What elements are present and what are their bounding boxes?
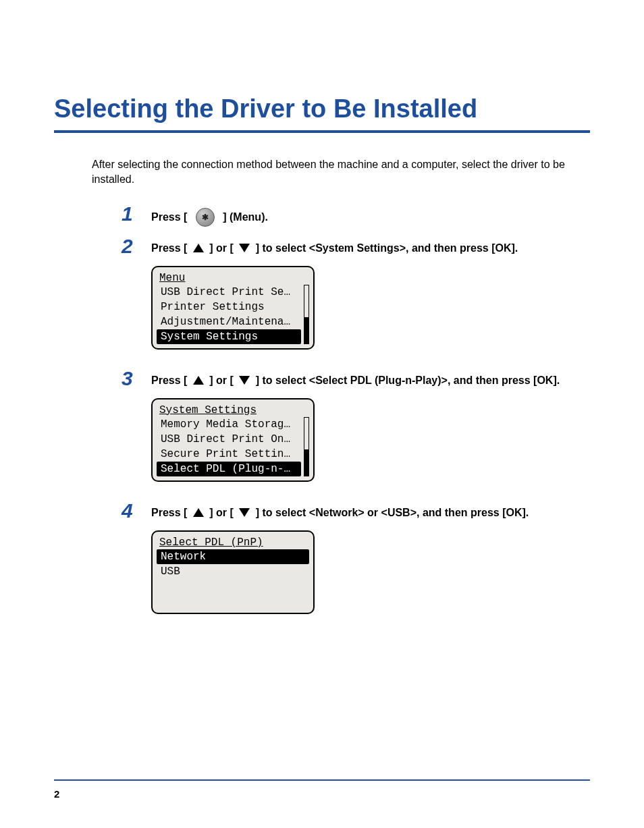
arrow-up-icon xyxy=(193,244,204,252)
step-number: 4 xyxy=(122,501,151,521)
text-segment: ] to select <Select PDL (Plug-n-Play)>, … xyxy=(252,372,560,389)
lcd-item: Printer Settings xyxy=(157,300,301,314)
text-segment: Press [ xyxy=(151,372,190,389)
step-2: 2 Press [ ] or [ ] to select <System Set… xyxy=(122,236,590,256)
document-page: Selecting the Driver to Be Installed Aft… xyxy=(0,0,644,828)
page-title: Selecting the Driver to Be Installed xyxy=(54,94,590,123)
text-segment: ] to select <Network> or <USB>, and then… xyxy=(252,505,529,521)
lcd-item-selected: Network xyxy=(157,549,309,564)
scrollbar-thumb xyxy=(304,449,308,476)
arrow-up-icon xyxy=(193,508,204,517)
step-number: 3 xyxy=(122,368,151,389)
lcd-item-selected: Select PDL (Plug-n-… xyxy=(157,462,301,476)
intro-paragraph: After selecting the connection method be… xyxy=(92,157,590,188)
lcd-item: USB Direct Print On… xyxy=(157,432,301,447)
step-3: 3 Press [ ] or [ ] to select <Select PDL… xyxy=(122,368,590,389)
menu-button-icon xyxy=(196,208,215,227)
lcd-item xyxy=(157,594,309,609)
step-number: 1 xyxy=(122,204,151,224)
lcd-scrollbar xyxy=(304,285,309,344)
footer-rule xyxy=(54,779,590,781)
lcd-item: Secure Print Settin… xyxy=(157,447,301,462)
lcd-item-selected: System Settings xyxy=(157,329,301,344)
lcd-item: Memory Media Storag… xyxy=(157,417,301,432)
step-instruction: Press [ ] or [ ] to select <System Setti… xyxy=(151,236,518,256)
text-segment: ] (Menu). xyxy=(220,209,268,225)
arrow-down-icon xyxy=(239,508,250,517)
arrow-up-icon xyxy=(193,376,204,385)
lcd-title: Menu xyxy=(157,271,188,285)
scrollbar-thumb xyxy=(304,317,308,343)
arrow-down-icon xyxy=(239,244,250,252)
lcd-item: USB xyxy=(157,564,309,579)
page-number: 2 xyxy=(54,788,59,800)
step-instruction: Press [ ] or [ ] to select <Network> or … xyxy=(151,501,529,521)
step-number: 2 xyxy=(122,236,151,256)
step-instruction: Press [ ] (Menu). xyxy=(151,204,268,227)
text-segment: Press [ xyxy=(151,505,190,521)
lcd-screen-menu: Menu USB Direct Print Se… Printer Settin… xyxy=(151,266,315,350)
title-rule xyxy=(54,130,590,133)
text-segment: ] or [ xyxy=(207,372,236,389)
text-segment: ] to select <System Settings>, and then … xyxy=(252,240,518,256)
text-segment: ] or [ xyxy=(207,240,236,256)
lcd-item xyxy=(157,579,309,594)
lcd-item: USB Direct Print Se… xyxy=(157,285,301,300)
text-segment: Press [ xyxy=(151,209,190,225)
step-4: 4 Press [ ] or [ ] to select <Network> o… xyxy=(122,501,590,521)
lcd-title: System Settings xyxy=(157,404,259,417)
text-segment: Press [ xyxy=(151,240,190,256)
lcd-title: Select PDL (PnP) xyxy=(157,536,266,549)
arrow-down-icon xyxy=(239,376,250,385)
lcd-item: Adjustment/Maintena… xyxy=(157,314,301,329)
lcd-scrollbar xyxy=(304,417,309,476)
text-segment: ] or [ xyxy=(207,505,236,521)
lcd-screen-select-pdl: Select PDL (PnP) Network USB xyxy=(151,530,315,614)
step-instruction: Press [ ] or [ ] to select <Select PDL (… xyxy=(151,368,560,389)
lcd-screen-system-settings: System Settings Memory Media Storag… USB… xyxy=(151,398,315,482)
step-1: 1 Press [ ] (Menu). xyxy=(122,204,590,227)
